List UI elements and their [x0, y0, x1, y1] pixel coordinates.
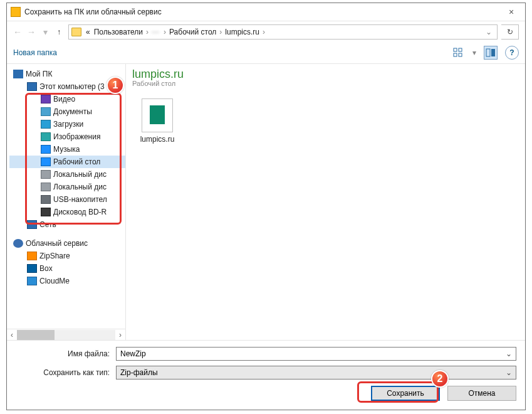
address-dropdown[interactable]: ⌄: [483, 28, 494, 36]
filename-value: NewZip: [120, 349, 146, 358]
tree-cloudme[interactable]: CloudMe: [9, 275, 125, 287]
preview-pane-icon[interactable]: [484, 46, 498, 60]
bottom-panel: Имя файла: NewZip ⌄ Сохранить как тип: Z…: [7, 340, 525, 410]
navbar: ← → ▾ ↑ « Пользователи › — › Рабочий сто…: [7, 21, 525, 42]
label: Облачный сервис: [26, 239, 88, 248]
view-options-icon[interactable]: [451, 46, 465, 60]
tree-downloads[interactable]: Загрузки: [9, 118, 125, 130]
recent-dropdown[interactable]: ▾: [38, 25, 52, 39]
tree-my-pc[interactable]: Мой ПК: [9, 68, 125, 80]
close-icon[interactable]: ×: [501, 7, 521, 17]
tree-this-pc[interactable]: Этот компьютер (3: [9, 80, 125, 93]
chevron-right-icon: ›: [145, 28, 150, 36]
chevron-right-icon: ›: [162, 28, 167, 36]
dropdown-icon[interactable]: ⌄: [506, 349, 512, 358]
tree-network[interactable]: Сеть: [9, 218, 125, 231]
label: USB-накопител: [53, 195, 107, 204]
crumb-users[interactable]: Пользователи: [92, 28, 145, 36]
window-title: Сохранить на ПК или облачный сервис: [24, 8, 501, 16]
refresh-button[interactable]: ↻: [501, 24, 519, 40]
label: Этот компьютер (3: [39, 82, 105, 91]
location-subtitle: Рабочий стол: [132, 80, 519, 87]
filetype-label: Сохранить как тип:: [16, 368, 116, 377]
svg-rect-4: [486, 49, 490, 56]
crumb-prefix: «: [84, 28, 92, 36]
label: Рабочий стол: [53, 157, 100, 166]
label: Локальный дис: [53, 170, 107, 179]
chevron-right-icon: ›: [218, 28, 223, 36]
save-dialog: Сохранить на ПК или облачный сервис × ← …: [6, 3, 526, 410]
location-title: lumpics.ru: [132, 68, 519, 81]
tree-images[interactable]: Изображения: [9, 130, 125, 143]
back-button[interactable]: ←: [11, 25, 24, 39]
address-bar[interactable]: « Пользователи › — › Рабочий стол › lump…: [68, 24, 498, 40]
label: Сеть: [39, 220, 56, 229]
dropdown-icon[interactable]: ⌄: [506, 368, 512, 377]
chevron-right-icon: ›: [261, 28, 266, 36]
new-folder-button[interactable]: Новая папка: [13, 48, 57, 57]
svg-rect-5: [491, 49, 495, 56]
file-name: lumpics.ru: [132, 135, 182, 144]
scroll-left-icon[interactable]: ‹: [7, 331, 17, 339]
tree-desktop[interactable]: Рабочий стол: [9, 156, 125, 168]
content-area[interactable]: lumpics.ru Рабочий стол lumpics.ru: [126, 64, 525, 340]
scroll-track[interactable]: [17, 330, 115, 340]
scroll-thumb[interactable]: [17, 330, 55, 340]
label: Музыка: [53, 145, 80, 154]
tree-zipshare[interactable]: ZipShare: [9, 250, 125, 262]
tree-cloud[interactable]: Облачный сервис: [9, 237, 125, 250]
file-item[interactable]: lumpics.ru: [132, 98, 182, 144]
label: CloudMe: [39, 277, 70, 285]
label: Изображения: [53, 132, 100, 141]
app-icon: [11, 7, 21, 17]
crumb-folder[interactable]: lumpics.ru: [223, 28, 261, 36]
label: Дисковод BD-R: [53, 208, 107, 216]
tree-music[interactable]: Музыка: [9, 143, 125, 156]
label: Мой ПК: [26, 70, 52, 78]
scroll-right-icon[interactable]: ›: [115, 331, 125, 339]
svg-rect-0: [454, 48, 457, 51]
tree-bd-drive[interactable]: Дисковод BD-R: [9, 206, 125, 218]
save-button[interactable]: Сохранить: [371, 386, 440, 401]
label: Документы: [53, 107, 92, 116]
forward-button[interactable]: →: [24, 25, 38, 39]
sidebar-scrollbar[interactable]: ‹ ›: [7, 329, 125, 340]
crumb-desktop[interactable]: Рабочий стол: [167, 28, 218, 36]
up-button[interactable]: ↑: [52, 25, 66, 39]
label: Загрузки: [53, 120, 83, 129]
tree-usb[interactable]: USB-накопител: [9, 193, 125, 206]
folder-tree: Мой ПК Этот компьютер (3 Видео Документы…: [7, 64, 125, 329]
tree-local-disk-2[interactable]: Локальный дис: [9, 181, 125, 193]
tree-box[interactable]: Box: [9, 262, 125, 275]
cancel-button[interactable]: Отмена: [447, 386, 516, 401]
svg-rect-1: [459, 48, 462, 51]
filename-input[interactable]: NewZip ⌄: [116, 347, 516, 361]
help-icon[interactable]: ?: [505, 46, 519, 60]
label: ZipShare: [39, 252, 70, 260]
label: Box: [39, 264, 53, 273]
tree-documents[interactable]: Документы: [9, 105, 125, 118]
tree-video[interactable]: Видео: [9, 93, 125, 105]
body: Мой ПК Этот компьютер (3 Видео Документы…: [7, 63, 525, 340]
titlebar: Сохранить на ПК или облачный сервис ×: [7, 3, 525, 21]
crumb-user[interactable]: —: [150, 28, 162, 36]
filetype-select[interactable]: Zip-файлы ⌄: [116, 366, 516, 380]
label: Локальный дис: [53, 183, 107, 191]
svg-rect-2: [454, 53, 457, 56]
sidebar: Мой ПК Этот компьютер (3 Видео Документы…: [7, 64, 126, 340]
filetype-value: Zip-файлы: [120, 368, 158, 377]
folder-icon: [71, 28, 81, 36]
filename-label: Имя файла:: [16, 349, 116, 358]
tree-local-disk-1[interactable]: Локальный дис: [9, 168, 125, 181]
toolbar: Новая папка ▾ ?: [7, 42, 525, 63]
svg-rect-3: [459, 53, 462, 56]
file-thumbnail-icon: [142, 98, 173, 132]
label: Видео: [53, 95, 75, 104]
